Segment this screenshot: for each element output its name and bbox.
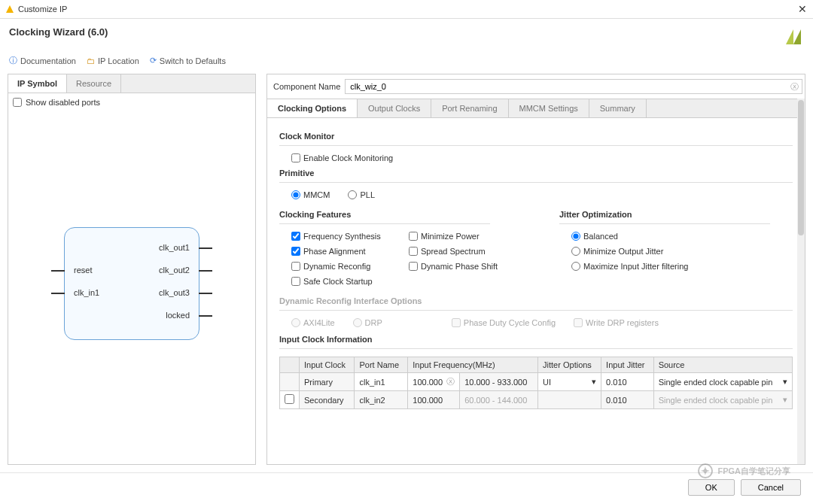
port-reset: reset [74, 266, 92, 275]
subtab-output-clocks[interactable]: Output Clocks [358, 99, 431, 117]
port-clk-out3: clk_out3 [159, 288, 190, 297]
enable-clock-monitoring-checkbox[interactable]: Enable Clock Monitoring [291, 153, 393, 162]
table-row: Secondary clk_in2 100.000 60.000 - 144.0… [280, 391, 793, 409]
subtab-port-renaming[interactable]: Port Renaming [431, 99, 508, 117]
chevron-down-icon: ▾ [783, 395, 787, 405]
chevron-down-icon[interactable]: ▾ [592, 377, 596, 387]
cell-source[interactable]: Single ended clock capable pin▾ [653, 373, 792, 391]
primitive-pll-radio[interactable]: PLL [348, 190, 375, 199]
ip-symbol-area: reset clk_in1 clk_out1 clk_out2 clk_out3… [13, 107, 251, 460]
clear-icon[interactable]: ⓧ [790, 81, 799, 93]
enable-clock-monitoring-label: Enable Clock Monitoring [303, 153, 393, 162]
show-disabled-ports-input[interactable] [13, 98, 22, 107]
cell-jitter: 0.010 [601, 391, 654, 409]
component-name-row: Component Name ⓧ [267, 74, 805, 99]
th-input-freq: Input Frequency(MHz) [408, 357, 538, 373]
left-panel: IP Symbol Resource Show disabled ports r… [8, 74, 256, 465]
ip-location-label: IP Location [98, 56, 139, 65]
pin-clk-out2 [199, 270, 212, 272]
pin-clk-out3 [199, 293, 212, 294]
table-header-row: Input Clock Port Name Input Frequency(MH… [280, 357, 793, 373]
cell-name: Secondary [300, 391, 355, 409]
cell-port: clk_in2 [355, 391, 408, 409]
subtab-mmcm-settings[interactable]: MMCM Settings [509, 99, 589, 117]
titlebar: Customize IP ✕ [0, 0, 813, 19]
pin-clk-out1 [199, 247, 212, 249]
switch-defaults-link[interactable]: ⟳ Switch to Defaults [150, 55, 226, 66]
section-dynamic-reconfig-options: Dynamic Reconfig Interface Options [279, 296, 793, 305]
pin-locked [199, 315, 212, 317]
window-title: Customize IP [18, 5, 67, 14]
header: Clocking Wizard (6.0) [0, 19, 813, 50]
subtabs: Clocking Options Output Clocks Port Rena… [267, 99, 805, 118]
th-port-name: Port Name [355, 357, 408, 373]
dynamic-phase-shift-checkbox[interactable]: Dynamic Phase Shift [409, 262, 514, 271]
primitive-mmcm-radio[interactable]: MMCM [291, 190, 330, 199]
ok-button[interactable]: OK [688, 479, 735, 496]
dynamic-reconfig-checkbox[interactable]: Dynamic Reconfig [291, 262, 397, 271]
switch-defaults-label: Switch to Defaults [160, 56, 226, 65]
pin-reset [51, 270, 65, 272]
th-jitter-options: Jitter Options [538, 357, 601, 373]
tab-ip-symbol[interactable]: IP Symbol [8, 74, 67, 93]
right-panel: Component Name ⓧ Clocking Options Output… [266, 74, 805, 465]
cell-jitter-opt[interactable]: UI▾ [538, 373, 601, 391]
cell-source: Single ended clock capable pin▾ [653, 391, 792, 409]
th-input-clock: Input Clock [300, 357, 355, 373]
cell-freq[interactable]: 100.000ⓧ [408, 373, 460, 391]
drp-radio: DRP [353, 318, 382, 327]
component-name-input[interactable] [345, 79, 802, 94]
main: IP Symbol Resource Show disabled ports r… [0, 74, 813, 472]
jitter-min-output-radio[interactable]: Minimize Output Jitter [571, 247, 758, 256]
cell-port[interactable]: clk_in1 [355, 373, 408, 391]
cell-jitter-opt [538, 391, 601, 409]
folder-icon: 🗀 [87, 56, 95, 65]
cell-range: 60.000 - 144.000 [460, 391, 538, 409]
footer: OK Cancel [0, 472, 813, 502]
show-disabled-ports-checkbox[interactable]: Show disabled ports [13, 98, 251, 107]
cell-enable[interactable] [280, 391, 300, 409]
cell-range: 10.000 - 933.000 [460, 373, 538, 391]
port-clk-in1: clk_in1 [74, 288, 99, 297]
cancel-button[interactable]: Cancel [741, 479, 801, 496]
port-clk-out1: clk_out1 [159, 243, 190, 252]
page-title: Clocking Wizard (6.0) [9, 26, 108, 38]
clear-icon[interactable]: ⓧ [446, 376, 455, 387]
ip-location-link[interactable]: 🗀 IP Location [87, 55, 139, 66]
tab-resource[interactable]: Resource [67, 74, 121, 93]
jitter-balanced-radio[interactable]: Balanced [571, 232, 758, 241]
scrollthumb[interactable] [798, 100, 804, 235]
phase-duty-checkbox: Phase Duty Cycle Config [452, 318, 556, 327]
refresh-icon: ⟳ [150, 56, 157, 65]
spread-spectrum-checkbox[interactable]: Spread Spectrum [409, 247, 514, 256]
cell-name: Primary [300, 373, 355, 391]
section-primitive: Primitive [279, 169, 793, 178]
freq-synth-checkbox[interactable]: Frequency Synthesis [291, 232, 397, 241]
info-icon: ⓘ [9, 55, 17, 66]
section-clocking-features: Clocking Features [279, 210, 514, 219]
content: Clock Monitor Enable Clock Monitoring Pr… [267, 118, 805, 464]
scrollbar[interactable] [797, 99, 805, 464]
vendor-logo [783, 26, 804, 47]
section-clock-monitor: Clock Monitor [279, 132, 793, 141]
enable-clock-monitoring-input[interactable] [291, 153, 300, 162]
left-body: Show disabled ports reset clk_in1 clk_ou… [8, 93, 255, 464]
close-icon[interactable]: ✕ [798, 3, 807, 15]
cell-jitter[interactable]: 0.010 [601, 373, 654, 391]
subtab-clocking-options[interactable]: Clocking Options [267, 99, 358, 117]
min-power-checkbox[interactable]: Minimize Power [409, 232, 514, 241]
chevron-down-icon[interactable]: ▾ [783, 377, 787, 387]
documentation-link[interactable]: ⓘ Documentation [9, 55, 76, 66]
cell-freq: 100.000 [408, 391, 460, 409]
app-icon [6, 5, 14, 13]
jitter-max-input-radio[interactable]: Maximize Input Jitter filtering [571, 262, 758, 271]
ip-block: reset clk_in1 clk_out1 clk_out2 clk_out3… [64, 227, 199, 340]
phase-align-checkbox[interactable]: Phase Alignment [291, 247, 397, 256]
toolbar: ⓘ Documentation 🗀 IP Location ⟳ Switch t… [0, 50, 813, 74]
axi4lite-radio: AXI4Lite [291, 318, 335, 327]
safe-clock-checkbox[interactable]: Safe Clock Startup [291, 277, 397, 286]
subtab-summary[interactable]: Summary [589, 99, 647, 117]
port-clk-out2: clk_out2 [159, 266, 190, 275]
input-clock-table: Input Clock Port Name Input Frequency(MH… [279, 357, 793, 409]
section-input-clock-info: Input Clock Information [279, 335, 793, 344]
